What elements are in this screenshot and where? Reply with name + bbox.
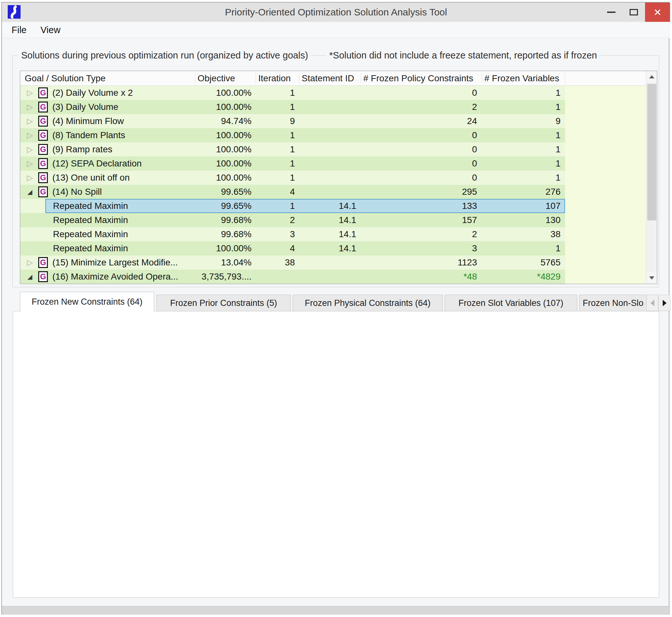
window-bottom-edge <box>2 606 670 615</box>
goal-label: (4) Minimum Flow <box>52 114 124 128</box>
solution-tree-goal-row[interactable]: ▷G(12) SEPA Declaration100.00%101 <box>20 157 565 171</box>
value-cell: 94.74% <box>195 114 254 128</box>
scroll-right-icon <box>663 300 667 306</box>
goal-icon: G <box>38 116 48 127</box>
value-cell: 1 <box>482 241 563 255</box>
expand-icon[interactable]: ▷ <box>25 128 34 142</box>
value-cell: 3 <box>256 227 297 241</box>
value-cell: 1 <box>482 142 563 157</box>
value-cell: 0 <box>361 128 479 142</box>
value-cell: 1 <box>256 86 297 100</box>
column-header-frozen-variables[interactable]: # Frozen Variables <box>484 71 564 85</box>
solution-tree-solution-row[interactable]: Repeated Maximin99.65%114.1133107 <box>20 199 565 213</box>
expand-icon[interactable]: ▷ <box>25 114 34 128</box>
solution-tree-goal-row[interactable]: ▷G(9) Ramp rates100.00%101 <box>20 142 565 157</box>
value-cell: 2 <box>256 213 297 227</box>
solution-tree-goal-row[interactable]: ▷G(13) One unit off on100.00%101 <box>20 171 565 185</box>
goal-label: (15) Minimize Largest Modifie... <box>52 255 178 270</box>
solutions-table-body: ▷G(2) Daily Volume x 2100.00%101▷G(3) Da… <box>20 86 646 284</box>
value-cell: 1 <box>482 100 563 114</box>
value-cell <box>299 255 358 270</box>
expand-icon[interactable]: ▷ <box>25 171 34 185</box>
solution-tree-solution-row[interactable]: Repeated Maximin99.68%214.1157130 <box>20 213 565 227</box>
tab-frozen-non-slot[interactable]: Frozen Non-Slo <box>579 295 647 311</box>
value-cell: 100.00% <box>195 128 254 142</box>
value-cell: 4 <box>256 241 297 255</box>
goal-icon: G <box>38 158 48 169</box>
value-cell: 9 <box>256 114 297 128</box>
column-header-objective[interactable]: Objective <box>198 71 254 85</box>
tab-label: Frozen Prior Constraints (5) <box>170 298 277 308</box>
value-cell: 13.04% <box>195 255 254 270</box>
value-cell: 130 <box>482 213 563 227</box>
solution-tree-goal-row[interactable]: ▷G(15) Minimize Largest Modifie...13.04%… <box>20 255 565 270</box>
goal-label: (16) Maximize Avoided Opera... <box>52 270 178 284</box>
goal-label: (13) One unit off on <box>52 171 130 185</box>
value-cell: 1 <box>482 171 563 185</box>
window-title: Priority-Oriented Optimization Solution … <box>2 3 670 22</box>
menu-bar <box>2 22 670 38</box>
header-separator <box>195 73 195 84</box>
goal-icon: G <box>38 271 48 282</box>
value-cell: 9 <box>482 114 563 128</box>
scrollbar-thumb[interactable] <box>647 84 656 220</box>
expand-icon[interactable]: ▷ <box>25 100 34 114</box>
value-cell <box>299 270 358 284</box>
maximize-button[interactable] <box>623 3 645 22</box>
header-separator <box>299 73 299 84</box>
value-cell: 4 <box>256 185 297 199</box>
expand-icon[interactable]: ▷ <box>25 86 34 100</box>
solution-type-label: Repeated Maximin <box>53 227 128 241</box>
value-cell: 133 <box>361 199 479 213</box>
column-header-iteration[interactable]: Iteration <box>258 71 297 85</box>
close-button[interactable]: ✕ <box>645 3 670 22</box>
tab-frozen-prior-constraints[interactable]: Frozen Prior Constraints (5) <box>156 295 291 311</box>
solution-type-label: Repeated Maximin <box>53 213 128 227</box>
value-cell: 2 <box>361 227 479 241</box>
value-cell: 1 <box>256 128 297 142</box>
solutions-vertical-scrollbar[interactable] <box>646 71 657 284</box>
value-cell: 14.1 <box>299 241 358 255</box>
tab-frozen-physical-constraints[interactable]: Frozen Physical Constraints (64) <box>293 295 443 311</box>
solution-type-label: Repeated Maximin <box>53 199 128 213</box>
solution-tree-goal-row[interactable]: ◢G(16) Maximize Avoided Opera...3,735,79… <box>20 270 565 284</box>
value-cell: 38 <box>482 227 563 241</box>
tab-label: Frozen New Constraints (64) <box>31 297 142 307</box>
value-cell: *4829 <box>482 270 563 284</box>
menu-file[interactable]: File <box>10 22 29 38</box>
column-header-statement-id[interactable]: Statement ID <box>302 71 359 85</box>
solution-tree-goal-row[interactable]: ▷G(3) Daily Volume100.00%121 <box>20 100 565 114</box>
solution-tree-goal-row[interactable]: ▷G(4) Minimum Flow94.74%9249 <box>20 114 565 128</box>
tab-frozen-slot-variables[interactable]: Frozen Slot Variables (107) <box>444 295 577 311</box>
minimize-button[interactable] <box>600 3 623 22</box>
solution-tree-solution-row[interactable]: Repeated Maximin99.68%314.1238 <box>20 227 565 241</box>
value-cell: 1123 <box>361 255 479 270</box>
column-header-frozen-policy-constraints[interactable]: # Frozen Policy Constraints <box>363 71 481 85</box>
menu-view[interactable]: View <box>39 22 62 38</box>
value-cell: 1 <box>256 142 297 157</box>
value-cell: 99.68% <box>195 213 254 227</box>
expand-icon[interactable]: ▷ <box>25 255 34 270</box>
expand-icon[interactable]: ▷ <box>25 157 34 171</box>
tab-frozen-new-constraints[interactable]: Frozen New Constraints (64) <box>20 292 154 312</box>
scroll-down-button[interactable] <box>646 272 657 284</box>
solution-tree-solution-row[interactable]: Repeated Maximin100.00%414.131 <box>20 241 565 255</box>
column-header-goal-solution-type[interactable]: Goal / Solution Type <box>25 71 192 85</box>
value-cell: 99.65% <box>195 199 254 213</box>
tab-scroll-left-button[interactable] <box>646 295 658 311</box>
collapse-icon[interactable]: ◢ <box>25 185 34 199</box>
value-cell: 276 <box>482 185 563 199</box>
value-cell: 3,735,793.... <box>195 270 254 284</box>
collapse-icon[interactable]: ◢ <box>25 270 34 284</box>
tab-scroll-right-button[interactable] <box>659 295 670 311</box>
goal-icon: G <box>38 186 48 197</box>
scroll-up-button[interactable] <box>646 71 657 82</box>
expand-icon[interactable]: ▷ <box>25 142 34 157</box>
value-cell: 295 <box>361 185 479 199</box>
header-separator <box>565 73 565 84</box>
minimize-icon <box>607 12 616 13</box>
value-cell: 38 <box>256 255 297 270</box>
solution-tree-goal-row[interactable]: ◢G(14) No Spill99.65%4295276 <box>20 185 565 199</box>
solution-tree-goal-row[interactable]: ▷G(8) Tandem Plants100.00%101 <box>20 128 565 142</box>
solution-tree-goal-row[interactable]: ▷G(2) Daily Volume x 2100.00%101 <box>20 86 565 100</box>
